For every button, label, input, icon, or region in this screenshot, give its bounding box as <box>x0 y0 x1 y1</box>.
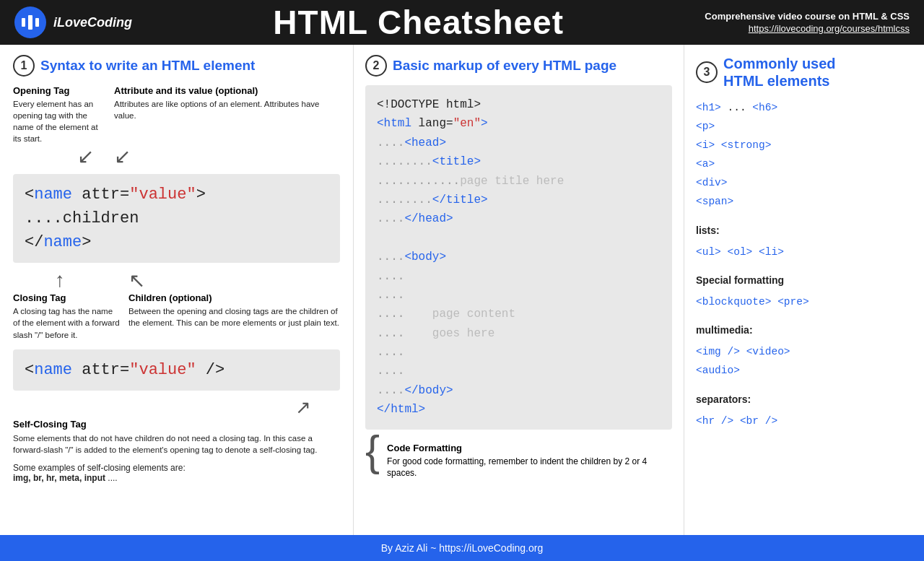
bracket-icon: { <box>365 430 380 473</box>
examples-bold: img, br, hr, meta, input <box>13 473 105 483</box>
bottom-arrows: ↑ ↖ <box>13 269 340 292</box>
code-head-open: ....<head> <box>377 134 661 152</box>
section2: 2 Basic markup of every HTML page <!DOCT… <box>354 45 684 535</box>
section1-title: Syntax to write an HTML element <box>40 58 255 74</box>
svg-rect-0 <box>22 18 25 27</box>
el-span: <span> <box>696 192 912 211</box>
section1-header: 1 Syntax to write an HTML element <box>13 55 340 77</box>
el-lists: <ul> <ol> <li> <box>696 243 912 261</box>
code-line3: </name> <box>25 230 328 254</box>
code-dots3: .... <box>377 343 661 362</box>
code-line2: ....children <box>25 206 328 230</box>
section3-title: Commonly usedHTML elements <box>723 55 836 90</box>
code-title-open: ........<title> <box>377 152 661 171</box>
section2-header: 2 Basic markup of every HTML page <box>365 55 672 77</box>
code-blank1 <box>377 229 661 248</box>
code-html-close: </html> <box>377 400 661 419</box>
category-separators: separators: <box>696 391 912 409</box>
arrow-left-top: ↙ <box>20 144 100 168</box>
children-desc: Between the opening and closing tags are… <box>128 305 340 329</box>
code-dots2: .... <box>377 286 661 305</box>
self-closing-arrow: ↗ <box>13 396 340 419</box>
code-head-close: ....</head> <box>377 209 661 228</box>
section1: 1 Syntax to write an HTML element Openin… <box>0 45 354 535</box>
category-formatting: Special formatting <box>696 271 912 290</box>
el-hr-br: <hr /> <br /> <box>696 412 912 430</box>
footer-text: By Aziz Ali ~ https://iLoveCoding.org <box>381 542 544 554</box>
course-url[interactable]: https://ilovecoding.org/courses/htmlcss <box>749 23 910 34</box>
code-dots4: .... <box>377 362 661 380</box>
section3-header: 3 Commonly usedHTML elements <box>696 55 912 90</box>
self-closing-section: <name attr="value" /> ↗ Self-Closing Tag… <box>13 349 340 483</box>
code-body-open: ....<body> <box>377 248 661 266</box>
el-a: <a> <box>696 155 912 173</box>
section3: 3 Commonly usedHTML elements <h1> ... <h… <box>684 45 924 535</box>
opening-tag-title: Opening Tag <box>13 85 107 96</box>
logo-area: iLoveCoding <box>14 6 132 38</box>
closing-tag-annotation: Closing Tag A closing tag has the name o… <box>13 292 121 340</box>
children-annotation: Children (optional) Between the opening … <box>121 292 340 340</box>
attribute-title: Attribute and its value (optional) <box>114 85 340 96</box>
el-h1: <h1> ... <h6> <box>696 98 912 117</box>
el-audio: <audio> <box>696 361 912 380</box>
footer: By Aziz Ali ~ https://iLoveCoding.org <box>0 535 924 561</box>
code-dots1: .... <box>377 267 661 286</box>
element-list: <h1> ... <h6> <p> <i> <strong> <a> <div>… <box>696 98 912 430</box>
formatting-desc: For good code formatting, remember to in… <box>387 456 672 480</box>
code-box-self-closing: <name attr="value" /> <box>13 349 340 391</box>
code-formatting-note: Code Formatting For good code formatting… <box>387 443 672 480</box>
code-title-close: ........</title> <box>377 191 661 209</box>
closing-tag-desc: A closing tag has the name of the elemen… <box>13 305 121 340</box>
svg-rect-1 <box>35 18 39 27</box>
top-annotations: Opening Tag Every element has an opening… <box>13 85 340 144</box>
header-right: Comprehensive video course on HTML & CSS… <box>705 11 910 35</box>
children-title: Children (optional) <box>128 292 340 303</box>
arrow-right-top: ↙ <box>100 144 333 168</box>
logo-icon <box>14 6 46 38</box>
arrow-right-bottom: ↖ <box>100 269 333 292</box>
section3-number: 3 <box>696 61 718 83</box>
code-content1: .... page content <box>377 305 661 323</box>
svg-rect-3 <box>25 21 28 24</box>
html-code-display: <!DOCTYPE html> <html lang="en"> ....<he… <box>365 85 672 430</box>
category-lists: lists: <box>696 222 912 240</box>
self-closing-title: Self-Closing Tag <box>13 419 340 430</box>
section1-number: 1 <box>13 55 35 77</box>
code-line1: <name attr="value"> <box>25 183 328 206</box>
bottom-annotations: Closing Tag A closing tag has the name o… <box>13 292 340 340</box>
self-code-line1: <name attr="value" /> <box>25 358 328 382</box>
formatting-title: Code Formatting <box>387 443 672 453</box>
header-title: HTML Cheatsheet <box>132 3 705 42</box>
el-img-video: <img /> <video> <box>696 342 912 361</box>
closing-tag-title: Closing Tag <box>13 292 121 303</box>
main-content: 1 Syntax to write an HTML element Openin… <box>0 45 924 535</box>
course-label: Comprehensive video course on HTML & CSS <box>705 11 910 22</box>
examples-label: Some examples of self-closing elements a… <box>13 463 186 473</box>
formatting-area: { Code Formatting For good code formatti… <box>365 437 672 480</box>
opening-tag-desc: Every element has an opening tag with th… <box>13 98 107 144</box>
opening-tag-annotation: Opening Tag Every element has an opening… <box>13 85 107 144</box>
self-closing-desc: Some elements that do not have children … <box>13 432 340 456</box>
arrow-left-bottom: ↑ <box>20 269 100 292</box>
code-body-close: ....</body> <box>377 381 661 400</box>
code-content2: .... goes here <box>377 324 661 343</box>
header: iLoveCoding HTML Cheatsheet Comprehensiv… <box>0 0 924 45</box>
attribute-annotation: Attribute and its value (optional) Attri… <box>107 85 340 144</box>
svg-rect-2 <box>28 15 32 30</box>
code-doctype: <!DOCTYPE html> <box>377 95 661 114</box>
svg-rect-4 <box>32 21 35 24</box>
el-i-strong: <i> <strong> <box>696 136 912 155</box>
el-div: <div> <box>696 173 912 192</box>
examples-text: Some examples of self-closing elements a… <box>13 463 340 483</box>
el-blockquote: <blockquote> <pre> <box>696 292 912 311</box>
code-box-main: <name attr="value"> ....children </name> <box>13 174 340 263</box>
examples-suffix: .... <box>105 473 118 483</box>
top-arrows: ↙ ↙ <box>13 144 340 168</box>
el-p: <p> <box>696 117 912 136</box>
code-page-title: ............page title here <box>377 172 661 191</box>
section2-number: 2 <box>365 55 387 77</box>
code-html-open: <html lang="en"> <box>377 114 661 133</box>
attribute-desc: Attributes are like options of an elemen… <box>114 98 340 121</box>
section2-title: Basic markup of every HTML page <box>393 58 616 74</box>
category-multimedia: multimedia: <box>696 321 912 339</box>
